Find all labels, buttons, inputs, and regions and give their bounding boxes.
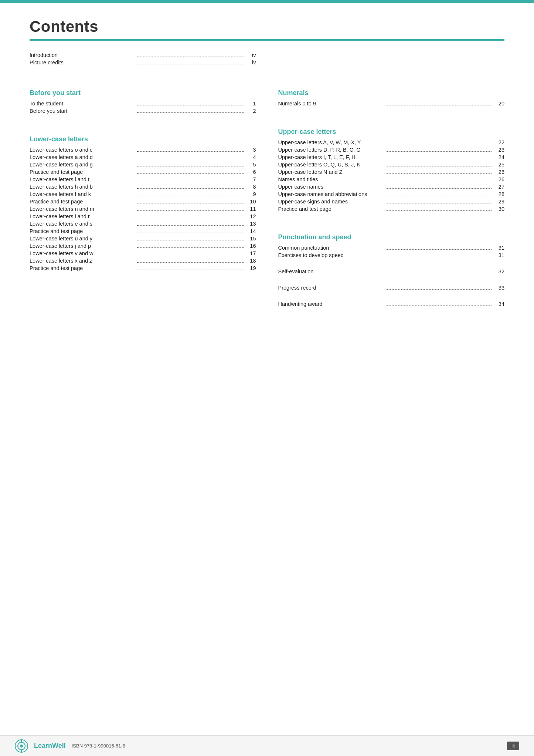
entry-title: Picture credits — [30, 60, 136, 65]
svg-point-2 — [20, 745, 23, 747]
list-item: Practice and test page 6 — [30, 169, 256, 175]
list-item: Lower-case letters v and w 17 — [30, 250, 256, 256]
list-item: Lower-case letters a and d 4 — [30, 154, 256, 160]
list-item: Lower-case letters j and p 16 — [30, 243, 256, 249]
list-item: Lower-case letters x and z 18 — [30, 258, 256, 264]
section-heading-lower-case: Lower-case letters — [30, 135, 256, 143]
list-item: Before you start 2 — [30, 108, 256, 114]
list-item: Lower-case letters o and c 3 — [30, 147, 256, 153]
section-heading-upper-case: Upper-case letters — [278, 128, 505, 136]
list-item: To the student 1 — [30, 101, 256, 107]
toc-picture-credits-entry: Picture credits iv — [30, 60, 256, 65]
section-heading-numerals: Numerals — [278, 89, 505, 97]
page-num: iv — [245, 52, 256, 58]
top-accent-bar — [0, 0, 534, 3]
list-item: Lower-case letters n and m 11 — [30, 206, 256, 212]
left-column: Before you start To the student 1 Before… — [30, 78, 256, 308]
list-item: Practice and test page 30 — [278, 206, 505, 212]
list-item: Handwriting award 34 — [278, 301, 505, 307]
list-item: Upper-case signs and names 29 — [278, 199, 505, 205]
isbn-label: ISBN 978-1-990015-61-8 — [72, 743, 125, 749]
list-item: Upper-case letters A, V, W, M, X, Y 22 — [278, 139, 505, 145]
page-num: iv — [245, 60, 256, 65]
section-heading-before-you-start: Before you start — [30, 89, 256, 97]
list-item: Upper-case letters D, P, R, B, C, G 23 — [278, 147, 505, 153]
section-heading-punctuation: Punctuation and speed — [278, 233, 505, 241]
dots — [137, 64, 243, 64]
footer: LearnWell ISBN 978-1-990015-61-8 iii — [0, 735, 534, 756]
list-item: Lower-case letters i and r 12 — [30, 213, 256, 219]
learnwell-brand-name: LearnWell — [34, 742, 66, 750]
list-item: Upper-case names and abbreviations 28 — [278, 191, 505, 197]
list-item: Self-evaluation 32 — [278, 269, 505, 274]
title-underline — [30, 39, 504, 41]
list-item: Lower-case letters f and k 9 — [30, 191, 256, 197]
right-column: Numerals Numerals 0 to 9 20 Upper-case l… — [278, 78, 505, 308]
list-item: Upper-case names 27 — [278, 184, 505, 190]
list-item: Progress record 33 — [278, 285, 505, 291]
list-item: Lower-case letters u and y 15 — [30, 236, 256, 242]
toc-intro-entry: Introduction iv — [30, 52, 256, 58]
list-item: Upper-case letters O, Q, U, S, J, K 25 — [278, 162, 505, 168]
list-item: Lower-case letters h and b 8 — [30, 184, 256, 190]
list-item: Practice and test page 19 — [30, 265, 256, 271]
list-item: Lower-case letters q and g 5 — [30, 162, 256, 168]
list-item: Practice and test page 10 — [30, 199, 256, 205]
list-item: Upper-case letters N and Z 26 — [278, 169, 505, 175]
list-item: Upper-case letters I, T, L, E, F, H 24 — [278, 154, 505, 160]
learnwell-logo-icon — [15, 739, 28, 753]
list-item: Lower-case letters e and s 13 — [30, 221, 256, 227]
entry-title: Introduction — [30, 52, 136, 58]
list-item: Practice and test page 14 — [30, 228, 256, 234]
list-item: Lower-case letters l and t 7 — [30, 176, 256, 182]
dots — [137, 57, 243, 57]
list-item: Exercises to develop speed 31 — [278, 252, 505, 258]
list-item: Names and titles 26 — [278, 176, 505, 182]
list-item: Numerals 0 to 9 20 — [278, 101, 505, 107]
list-item: Common punctuation 31 — [278, 245, 505, 251]
page-number-indicator: iii — [507, 742, 519, 750]
page-title: Contents — [30, 18, 504, 36]
